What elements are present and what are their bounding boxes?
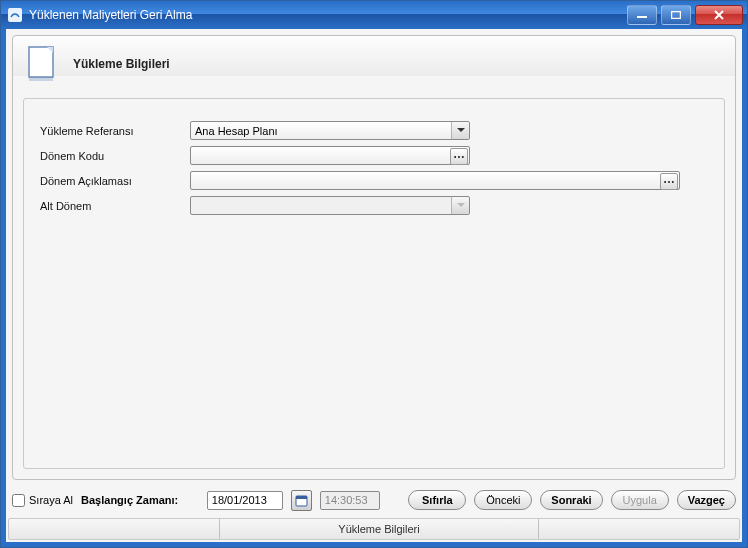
window-title: Yüklenen Maliyetleri Geri Alma	[29, 8, 192, 22]
svg-rect-0	[8, 8, 22, 22]
prev-button[interactable]: Önceki	[474, 490, 532, 510]
field-donem-kodu: …	[190, 146, 470, 165]
donem-aciklamasi-lookup-button[interactable]: …	[660, 173, 678, 190]
minimize-button[interactable]	[627, 5, 657, 25]
maximize-button[interactable]	[661, 5, 691, 25]
siraya-al-label: Sıraya Al	[29, 494, 73, 506]
panel-header: Yükleme Bilgileri	[13, 36, 735, 92]
svg-rect-5	[29, 77, 53, 81]
baslangic-zamani-label: Başlangıç Zamanı:	[81, 494, 178, 506]
statusbar: Yükleme Bilgileri	[8, 518, 740, 540]
reset-button[interactable]: Sıfırla	[408, 490, 466, 510]
label-donem-kodu: Dönem Kodu	[40, 150, 190, 162]
row-donem-aciklamasi: Dönem Açıklaması …	[40, 171, 708, 190]
field-alt-donem	[190, 196, 470, 215]
svg-rect-7	[296, 496, 307, 499]
field-yukleme-referansi	[190, 121, 470, 140]
calendar-icon[interactable]	[291, 490, 312, 511]
donem-aciklamasi-input[interactable]	[190, 171, 680, 190]
row-yukleme-referansi: Yükleme Referansı	[40, 121, 708, 140]
app-window: Yüklenen Maliyetleri Geri Alma Yükleme B…	[0, 0, 748, 548]
alt-donem-combo[interactable]	[190, 196, 470, 215]
donem-kodu-input[interactable]	[190, 146, 470, 165]
svg-rect-2	[672, 12, 681, 19]
start-time-input	[320, 491, 380, 510]
form-panel: Yükleme Referansı Dönem Kodu … Dönem Açı…	[23, 98, 725, 469]
donem-kodu-lookup-button[interactable]: …	[450, 148, 468, 165]
svg-rect-1	[637, 16, 647, 18]
action-bar: Sıraya Al Başlangıç Zamanı: Sıfırla Önce…	[12, 486, 736, 514]
row-alt-donem: Alt Dönem	[40, 196, 708, 215]
siraya-al-checkbox[interactable]: Sıraya Al	[12, 494, 73, 507]
label-alt-donem: Alt Dönem	[40, 200, 190, 212]
apply-button: Uygula	[611, 490, 669, 510]
document-icon	[23, 44, 63, 84]
window-buttons	[627, 5, 743, 25]
status-text: Yükleme Bilgileri	[338, 523, 419, 535]
label-yukleme-referansi: Yükleme Referansı	[40, 125, 190, 137]
svg-rect-3	[29, 47, 53, 77]
yukleme-referansi-combo[interactable]	[190, 121, 470, 140]
field-donem-aciklamasi: …	[190, 171, 680, 190]
client-area: Yükleme Bilgileri Yükleme Referansı Döne…	[1, 29, 747, 547]
close-button[interactable]	[695, 5, 743, 25]
start-date-input[interactable]	[207, 491, 283, 510]
next-button[interactable]: Sonraki	[540, 490, 602, 510]
main-panel: Yükleme Bilgileri Yükleme Referansı Döne…	[12, 35, 736, 480]
panel-title: Yükleme Bilgileri	[73, 57, 170, 71]
cancel-button[interactable]: Vazgeç	[677, 490, 736, 510]
label-donem-aciklamasi: Dönem Açıklaması	[40, 175, 190, 187]
titlebar: Yüklenen Maliyetleri Geri Alma	[1, 1, 747, 29]
siraya-al-input[interactable]	[12, 494, 25, 507]
row-donem-kodu: Dönem Kodu …	[40, 146, 708, 165]
app-icon	[7, 7, 23, 23]
